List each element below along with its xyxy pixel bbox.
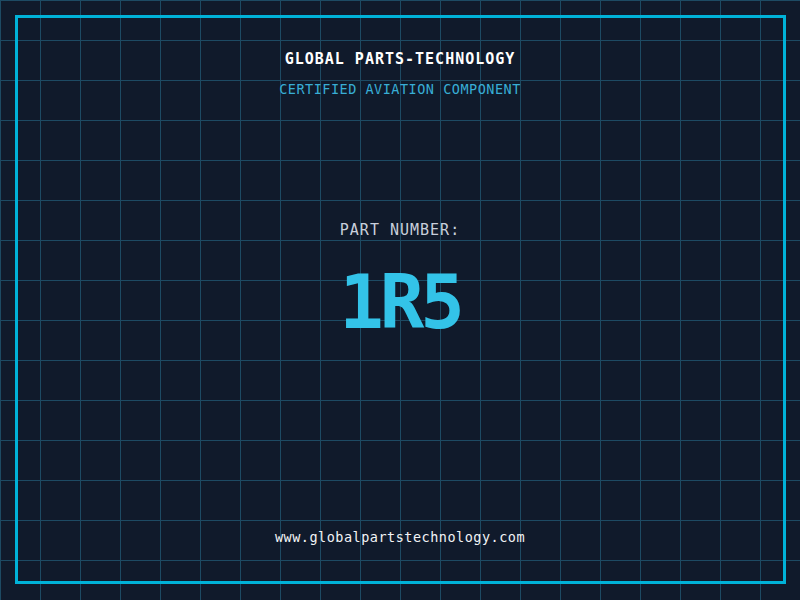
certification-subtitle: CERTIFIED AVIATION COMPONENT [0,81,800,97]
certificate-page: GLOBAL PARTS-TECHNOLOGY CERTIFIED AVIATI… [0,0,800,600]
part-number-value: 1R5 [0,265,800,339]
company-title: GLOBAL PARTS-TECHNOLOGY [0,50,800,68]
part-number-label: PART NUMBER: [0,221,800,239]
website-url: www.globalpartstechnology.com [0,529,800,545]
